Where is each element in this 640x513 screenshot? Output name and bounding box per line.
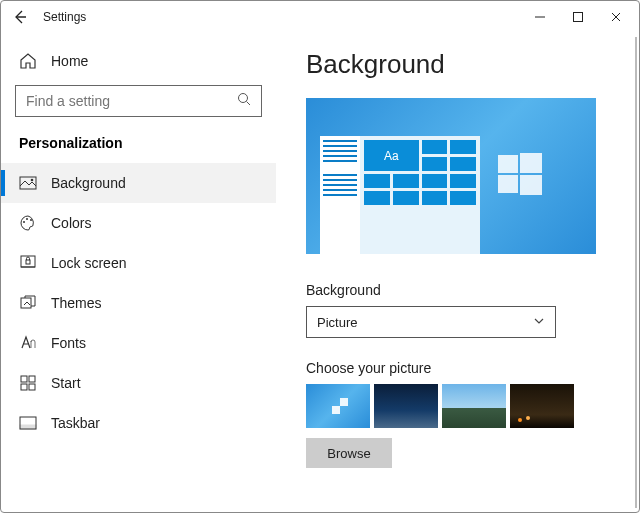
back-button[interactable]	[5, 2, 35, 32]
page-title: Background	[306, 49, 615, 80]
picture-thumb-3[interactable]	[442, 384, 506, 428]
svg-point-5	[31, 179, 34, 182]
lockscreen-icon	[19, 254, 37, 272]
windows-logo-icon	[498, 153, 542, 197]
sidebar-item-label: Colors	[51, 215, 91, 231]
search-input-wrap[interactable]	[15, 85, 262, 117]
svg-rect-9	[21, 256, 35, 267]
browse-button[interactable]: Browse	[306, 438, 392, 468]
background-type-dropdown[interactable]: Picture	[306, 306, 556, 338]
sidebar-item-label: Background	[51, 175, 126, 191]
search-icon	[237, 92, 251, 110]
themes-icon	[19, 294, 37, 312]
svg-rect-16	[29, 384, 35, 390]
sidebar-item-label: Fonts	[51, 335, 86, 351]
picture-thumb-2[interactable]	[374, 384, 438, 428]
category-title: Personalization	[1, 131, 276, 163]
scrollbar[interactable]	[635, 37, 637, 508]
background-preview: Aa	[306, 98, 596, 254]
sidebar-item-taskbar[interactable]: Taskbar	[1, 403, 276, 443]
maximize-button[interactable]	[559, 2, 597, 32]
sidebar-item-start[interactable]: Start	[1, 363, 276, 403]
svg-rect-13	[21, 376, 27, 382]
sidebar-item-label: Themes	[51, 295, 102, 311]
fonts-icon	[19, 334, 37, 352]
svg-rect-18	[20, 425, 36, 429]
choose-picture-label: Choose your picture	[306, 360, 615, 376]
picture-icon	[19, 174, 37, 192]
sidebar-item-themes[interactable]: Themes	[1, 283, 276, 323]
svg-rect-15	[21, 384, 27, 390]
home-icon	[19, 52, 37, 70]
sidebar-item-lockscreen[interactable]: Lock screen	[1, 243, 276, 283]
background-label: Background	[306, 282, 615, 298]
sidebar-item-label: Lock screen	[51, 255, 126, 271]
svg-rect-14	[29, 376, 35, 382]
svg-point-6	[23, 221, 25, 223]
minimize-button[interactable]	[521, 2, 559, 32]
preview-desktop-mock: Aa	[320, 136, 480, 254]
svg-rect-1	[574, 13, 583, 22]
svg-rect-11	[26, 260, 30, 264]
start-icon	[19, 374, 37, 392]
sidebar-item-label: Start	[51, 375, 81, 391]
dropdown-value: Picture	[317, 315, 357, 330]
sidebar-item-label: Taskbar	[51, 415, 100, 431]
svg-point-2	[239, 94, 248, 103]
main-panel: Background Aa	[276, 33, 639, 512]
sidebar-item-fonts[interactable]: Fonts	[1, 323, 276, 363]
preview-sample-text: Aa	[364, 140, 419, 171]
svg-point-8	[30, 219, 32, 221]
home-label: Home	[51, 53, 88, 69]
svg-point-7	[26, 218, 28, 220]
titlebar: Settings	[1, 1, 639, 33]
svg-line-3	[247, 102, 251, 106]
picture-thumbnails	[306, 384, 615, 428]
sidebar-item-colors[interactable]: Colors	[1, 203, 276, 243]
sidebar: Home Personalization Background Colors L…	[1, 33, 276, 512]
palette-icon	[19, 214, 37, 232]
sidebar-item-background[interactable]: Background	[1, 163, 276, 203]
close-button[interactable]	[597, 2, 635, 32]
picture-thumb-1[interactable]	[306, 384, 370, 428]
home-link[interactable]: Home	[1, 43, 276, 79]
window-title: Settings	[43, 10, 86, 24]
search-input[interactable]	[26, 93, 237, 109]
picture-thumb-4[interactable]	[510, 384, 574, 428]
chevron-down-icon	[533, 315, 545, 330]
taskbar-icon	[19, 414, 37, 432]
